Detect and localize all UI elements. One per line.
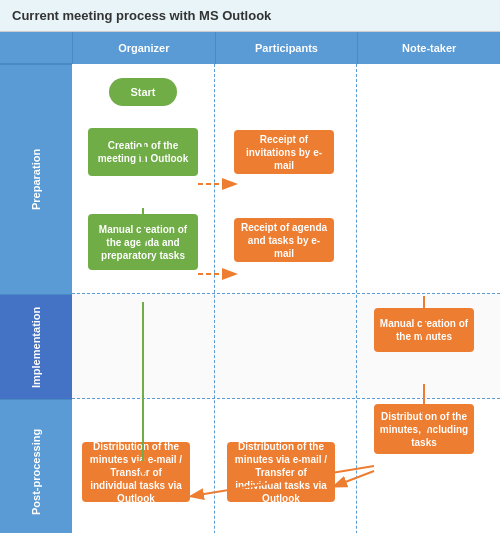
col-participants: Participants (215, 32, 358, 64)
receipt-invitations-box: Receipt of invitations by e-mail (234, 130, 334, 174)
receipt-agenda-box: Receipt of agenda and tasks by e-mail (234, 218, 334, 262)
manual-minutes-box: Manual creation of the minutes (374, 308, 474, 352)
creation-meeting-box: Creation of the meeting in Outlook (88, 128, 198, 176)
col-organizer: Organizer (72, 32, 215, 64)
phase-implementation: Implementation (0, 294, 72, 399)
column-headers: Organizer Participants Note-taker (72, 32, 500, 64)
manual-agenda-box: Manual creation of the agenda and prepar… (88, 214, 198, 270)
col-notetaker: Note-taker (357, 32, 500, 64)
page-title: Current meeting process with MS Outlook (0, 0, 500, 32)
start-node: Start (109, 78, 177, 106)
distribution-minutes-notetaker-box: Distribution of the minutes, including t… (374, 404, 474, 454)
distribution-part-box: Distribution of the minutes via e-mail /… (227, 442, 335, 502)
distribution-org-box: Distribution of the minutes via e-mail /… (82, 442, 190, 502)
phase-postprocessing: Post-processing (0, 399, 72, 533)
phase-preparation: Preparation (0, 64, 72, 294)
